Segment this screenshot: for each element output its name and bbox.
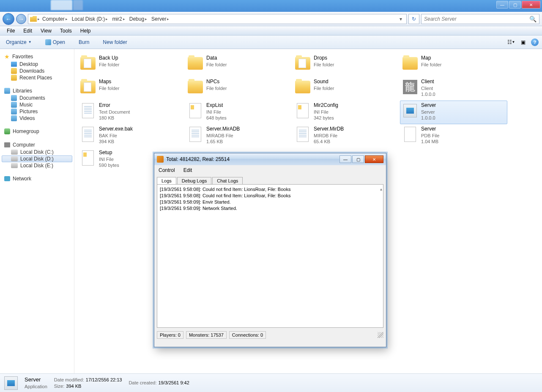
file-item[interactable]: Mir2ConfigINI File342 bytes [293,101,400,124]
app-titlebar[interactable]: Total: 4814282, Real: 25514 — ▢ ✕ [154,153,386,165]
app-minimize-button[interactable]: — [339,155,351,163]
search-input[interactable] [424,16,529,22]
new-folder-button[interactable]: New folder [100,38,129,47]
file-item[interactable]: ExpListINI File648 bytes [185,101,293,124]
details-pane: Server Application Date modified: 17/12/… [0,373,542,392]
app-icon [157,156,164,163]
forward-button[interactable]: → [16,14,26,24]
file-size: 590 bytes [99,162,119,168]
file-item[interactable]: DataFile folder [185,53,293,77]
sidebar-item-recent[interactable]: Recent Places [2,74,72,81]
breadcrumb-dropdown[interactable]: ▾ [397,16,405,22]
file-item[interactable]: Server.MirADBMIRADB File1.65 KB [185,124,293,148]
back-button[interactable]: ← [3,13,14,25]
refresh-button[interactable]: ↻ [408,14,419,24]
file-item[interactable]: MapFile folder [400,53,507,77]
file-type: File folder [314,85,334,91]
menu-tools[interactable]: Tools [56,27,76,35]
breadcrumb-item[interactable]: Computer ▸ [41,15,69,23]
app-title: Total: 4814282, Real: 25514 [166,156,337,162]
sidebar-item-videos[interactable]: Videos [2,115,72,122]
sidebar-item-music[interactable]: Music [2,101,72,108]
file-item[interactable]: ErrorText Document180 KB [78,101,185,124]
log-line: [19/3/2561 9:58:08]: Could not find Item… [160,193,380,199]
drive-icon [11,163,18,168]
view-options-button[interactable]: ☷ ▼ [507,38,515,46]
file-type: File folder [206,85,227,91]
tab-chat-logs[interactable]: Chat Logs [212,177,243,184]
search-box[interactable]: 🔍 [421,14,539,24]
file-item[interactable]: ServerPDB File1.04 MB [400,124,507,148]
file-name: Back Up [99,55,119,62]
minimize-button[interactable]: — [496,1,508,8]
file-item[interactable]: NPCsFile folder [185,77,293,101]
log-line: [19/3/2561 9:58:08]: Could not find Item… [160,186,380,193]
sidebar-item-drive-d[interactable]: Local Disk (D:) [2,155,72,162]
file-size: 394 KB [99,139,133,144]
preview-pane-button[interactable]: ▣ [519,38,527,46]
sidebar-computer[interactable]: Computer [2,141,72,149]
app-close-button[interactable]: ✕ [365,155,383,163]
sidebar-homegroup[interactable]: Homegroup [2,128,72,135]
burn-button[interactable]: Burn [76,38,92,47]
file-type: File folder [314,62,334,68]
file-item[interactable]: Server.MirDBMIRDB File65.4 KB [293,124,400,148]
navigation-bar: ← → ▸ Computer ▸ Local Disk (D:) ▸ mir2 … [0,12,542,26]
resize-grip[interactable] [378,332,383,338]
file-item[interactable]: SoundFile folder [293,77,400,101]
sidebar-item-documents[interactable]: Documents [2,95,72,101]
log-textarea[interactable]: [19/3/2561 9:58:08]: Could not find Item… [157,184,383,328]
file-type: File folder [421,62,441,68]
app-menu-edit[interactable]: Edit [183,167,192,173]
sidebar-item-drive-c[interactable]: Local Disk (C:) [2,149,72,155]
sidebar-item-desktop[interactable]: Desktop [2,61,72,68]
sidebar-favorites[interactable]: ★Favorites [2,52,72,61]
search-icon[interactable]: 🔍 [529,16,537,22]
menu-view[interactable]: View [36,27,56,35]
file-item[interactable]: ServerServer1.0.0.0 [400,101,507,124]
file-item[interactable]: Back UpFile folder [78,53,185,77]
open-button[interactable]: Open [43,38,68,47]
folder-icon [80,81,96,93]
file-size: 648 bytes [206,115,227,121]
breadcrumb-item[interactable]: Server ▸ [150,15,171,23]
sidebar-item-downloads[interactable]: Downloads [2,68,72,74]
maximize-button[interactable]: ▢ [509,1,521,8]
tab-debug-logs[interactable]: Debug Logs [177,177,211,184]
tab-logs[interactable]: Logs [157,177,176,184]
scroll-up-icon[interactable]: ▴ [380,186,382,192]
folder-icon [80,57,96,70]
app-maximize-button[interactable]: ▢ [352,155,364,163]
help-button[interactable]: ? [531,38,539,46]
app-statusbar: Players: 0 Monsters: 17537 Connections: … [154,330,386,340]
file-item[interactable]: 龍ClientClient1.0.0.0 [400,77,507,101]
sidebar-item-pictures[interactable]: Pictures [2,108,72,115]
menu-file[interactable]: File [3,27,19,35]
organize-button[interactable]: Organize ▼ [3,38,34,47]
file-item[interactable]: MapsFile folder [78,77,185,101]
server-app-window[interactable]: Total: 4814282, Real: 25514 — ▢ ✕ Contro… [154,153,386,347]
file-name: Server.MirDB [314,126,344,133]
breadcrumb-item[interactable]: mir2 ▸ [110,15,126,23]
menu-edit[interactable]: Edit [19,27,36,35]
close-button[interactable]: ✕ [522,1,540,8]
desktop-icon [11,62,17,67]
file-type: BAK File [99,133,133,139]
breadcrumb-item[interactable]: Local Disk (D:) ▸ [70,15,110,23]
breadcrumb[interactable]: ▸ Computer ▸ Local Disk (D:) ▸ mir2 ▸ De… [28,14,407,24]
ini-icon [297,103,309,118]
sidebar-item-drive-e[interactable]: Local Disk (E:) [2,162,72,169]
sidebar-network[interactable]: Network [2,175,72,182]
file-name: Setup [99,150,119,156]
file-name: Map [421,55,441,62]
app-menu-control[interactable]: Control [159,167,175,173]
file-type: MIRDB File [314,133,344,139]
downloads-icon [11,68,17,74]
file-item[interactable]: DropsFile folder [293,53,400,77]
sidebar-libraries[interactable]: Libraries [2,87,72,95]
file-name: Drops [314,55,334,62]
breadcrumb-item[interactable]: Debug ▸ [128,15,149,23]
menu-help[interactable]: Help [76,27,95,35]
file-name: Server.exe.bak [99,126,133,133]
file-item[interactable]: Server.exe.bakBAK File394 KB [78,124,185,148]
